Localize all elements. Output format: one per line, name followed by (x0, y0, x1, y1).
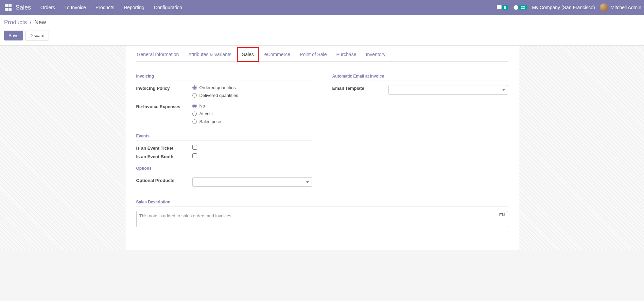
avatar (600, 3, 608, 12)
sales-description-input[interactable] (139, 213, 493, 223)
activities-count: 22 (518, 5, 527, 10)
tab-point-of-sale[interactable]: Point of Sale (299, 48, 327, 61)
discard-button[interactable]: Discard (25, 31, 49, 40)
label-re-invoice: Re-Invoice Expenses (136, 103, 192, 127)
activities-button[interactable]: 22 (513, 5, 527, 10)
app-brand[interactable]: Sales (16, 4, 31, 11)
tab-sales[interactable]: Sales (237, 47, 259, 62)
re-invoice-group: No At cost Sales price (192, 103, 312, 127)
tab-general-information[interactable]: General Information (136, 48, 180, 61)
radio-ordered-quantities[interactable]: Ordered quantities (192, 85, 312, 90)
messages-count: 5 (502, 5, 508, 10)
select-email-template[interactable] (388, 85, 508, 95)
tab-ecommerce[interactable]: eCommerce (264, 48, 291, 61)
tabs: General Information Attributes & Variant… (136, 48, 508, 62)
form-sheet: General Information Attributes & Variant… (125, 46, 519, 250)
breadcrumb-products[interactable]: Products (4, 19, 27, 26)
checkbox-event-booth[interactable] (192, 153, 197, 158)
tab-attributes-variants[interactable]: Attributes & Variants (188, 48, 232, 61)
radio-delivered-quantities[interactable]: Delivered quantities (192, 93, 312, 98)
section-sales-description: Sales Description (136, 200, 508, 207)
invoicing-policy-group: Ordered quantities Delivered quantities (192, 85, 312, 101)
tab-purchase[interactable]: Purchase (335, 48, 357, 61)
radio-no[interactable]: No (192, 103, 312, 108)
company-switcher[interactable]: My Company (San Francisco) (532, 5, 595, 10)
checkbox-event-ticket[interactable] (192, 145, 197, 150)
menu-products[interactable]: Products (95, 5, 114, 10)
menu-to-invoice[interactable]: To Invoice (65, 5, 86, 10)
label-event-ticket: Is an Event Ticket (136, 145, 192, 151)
menu-configuration[interactable]: Configuration (154, 5, 182, 10)
radio-at-cost[interactable]: At cost (192, 111, 312, 116)
menu-reporting[interactable]: Reporting (124, 5, 144, 10)
header-bar: Products / New Save Discard (0, 15, 644, 46)
section-invoicing: Invoicing (136, 74, 312, 81)
label-invoicing-policy: Invoicing Policy (136, 85, 192, 101)
apps-icon[interactable] (5, 4, 12, 11)
label-event-booth: Is an Event Booth (136, 153, 192, 159)
breadcrumb-sep: / (30, 19, 32, 26)
section-options: Options (136, 166, 312, 173)
topbar: Sales Orders To Invoice Products Reporti… (0, 0, 644, 15)
section-events: Events (136, 134, 312, 141)
radio-sales-price[interactable]: Sales price (192, 119, 312, 124)
label-optional-products: Optional Products (136, 177, 192, 187)
user-menu[interactable]: Mitchell Admin (600, 3, 641, 12)
breadcrumb: Products / New (4, 19, 640, 26)
messages-button[interactable]: 5 (497, 5, 508, 10)
tab-inventory[interactable]: Inventory (365, 48, 386, 61)
section-auto-email: Automatic Email at Invoice (332, 74, 508, 81)
chevron-down-icon (306, 181, 309, 183)
clock-icon (513, 5, 519, 10)
menu-orders[interactable]: Orders (40, 5, 55, 10)
sales-description-wrap: EN (136, 211, 508, 227)
breadcrumb-current: New (34, 19, 46, 26)
top-menu: Orders To Invoice Products Reporting Con… (40, 5, 182, 10)
chevron-down-icon (502, 89, 505, 91)
chat-icon (497, 5, 502, 10)
save-button[interactable]: Save (4, 31, 23, 40)
user-name: Mitchell Admin (611, 5, 641, 10)
select-optional-products[interactable] (192, 177, 312, 187)
label-email-template: Email Template (332, 85, 388, 95)
lang-badge[interactable]: EN (499, 213, 505, 217)
